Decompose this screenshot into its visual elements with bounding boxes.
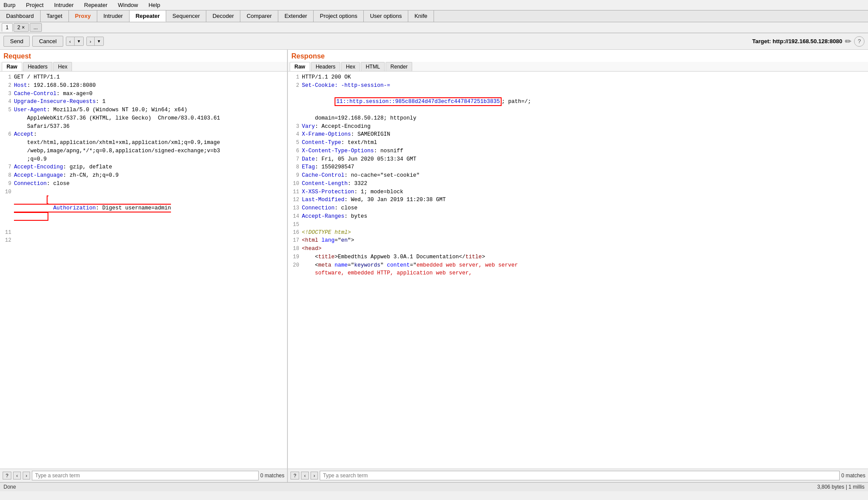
response-line-5: 5 Content-Type: text/html (288, 139, 868, 147)
request-help-button[interactable]: ? (3, 472, 11, 479)
request-line-6: 6 Accept: (0, 130, 287, 139)
tab-dashboard[interactable]: Dashboard (0, 10, 41, 22)
auth-highlight: Authorization: Digest username=admin (14, 195, 171, 221)
request-line-2: 2 Host: 192.168.50.128:8080 (0, 82, 287, 90)
request-panel: Request Raw Headers Hex 1 GET / HTTP/1.1… (0, 50, 288, 482)
menu-repeater[interactable]: Repeater (82, 1, 109, 9)
tab-extender[interactable]: Extender (278, 10, 314, 22)
response-tabs: Raw Headers Hex HTML Render (288, 62, 868, 72)
tab-target[interactable]: Target (41, 10, 69, 22)
edit-target-button[interactable]: ✏ (845, 37, 851, 46)
response-line-12: 12 Last-Modified: Wed, 30 Jan 2019 11:20… (288, 196, 868, 204)
response-code-area[interactable]: 1 HTTP/1.1 200 OK 2 Set-Cookie: -http-se… (288, 72, 868, 469)
request-code-area[interactable]: 1 GET / HTTP/1.1 2 Host: 192.168.50.128:… (0, 72, 287, 469)
repeater-tab-new[interactable]: ... (30, 23, 42, 32)
request-line-5c: Safari/537.36 (0, 123, 287, 131)
tab-comparer[interactable]: Comparer (240, 10, 278, 22)
request-next-match[interactable]: › (23, 472, 31, 479)
cancel-button[interactable]: Cancel (32, 36, 63, 47)
response-line-2: 2 Set-Cookie: -http-session-= (288, 82, 868, 90)
target-info: Target: http://192.168.50.128:8080 (752, 38, 842, 45)
response-line-13: 13 Connection: close (288, 204, 868, 212)
response-line-2b: 11::http.session::985c88d24d47d3ecfc4478… (288, 90, 868, 114)
response-tab-raw[interactable]: Raw (290, 62, 310, 71)
response-search-input[interactable] (320, 471, 839, 480)
repeater-tab-bar: 1 2 × ... (0, 22, 868, 33)
status-bar: Done 3,806 bytes | 1 millis (0, 482, 868, 491)
repeater-tab-2[interactable]: 2 × (14, 23, 29, 32)
request-tab-hex[interactable]: Hex (53, 62, 72, 71)
prev-drop-button[interactable]: ▾ (75, 37, 83, 45)
toolbar: Send Cancel ‹ ▾ › ▾ Target: http://192.1… (0, 33, 868, 50)
request-search-input[interactable] (32, 471, 258, 480)
response-line-14: 14 Accept-Ranges: bytes (288, 212, 868, 221)
response-tab-hex[interactable]: Hex (341, 62, 360, 71)
status-right: 3,806 bytes | 1 millis (817, 484, 865, 490)
response-line-17: 17 <html lang="en"> (288, 236, 868, 245)
response-help-button[interactable]: ? (290, 472, 299, 479)
response-line-20: 20 <meta name="keywords" content="embedd… (288, 261, 868, 270)
response-line-1: 1 HTTP/1.1 200 OK (288, 73, 868, 82)
request-prev-match[interactable]: ‹ (13, 472, 21, 479)
response-line-20b: software, embedded HTTP, application web… (288, 269, 868, 277)
request-line-10: 10 Authorization: Digest username=admin (0, 188, 287, 229)
send-button[interactable]: Send (3, 36, 30, 47)
tab-repeater[interactable]: Repeater (130, 10, 167, 22)
response-line-11: 11 X-XSS-Protection: 1; mode=block (288, 188, 868, 196)
response-tab-render[interactable]: Render (386, 62, 412, 71)
tab-decoder[interactable]: Decoder (206, 10, 240, 22)
response-line-15: 15 (288, 221, 868, 229)
request-line-9: 9 Connection: close (0, 180, 287, 188)
request-line-12: 12 (0, 236, 287, 244)
request-line-11: 11 (0, 229, 287, 236)
response-line-10: 10 Content-Length: 3322 (288, 180, 868, 188)
tab-intruder[interactable]: Intruder (97, 10, 130, 22)
response-line-9: 9 Cache-Control: no-cache="set-cookie" (288, 171, 868, 180)
response-tab-html[interactable]: HTML (361, 62, 385, 71)
response-line-2c: domain=192.168.50.128; httponly (288, 114, 868, 123)
response-prev-match[interactable]: ‹ (301, 472, 309, 479)
menu-project[interactable]: Project (24, 1, 45, 9)
main-tab-bar: Dashboard Target Proxy Intruder Repeater… (0, 10, 868, 22)
next-nav-group: › ▾ (86, 37, 104, 46)
response-line-8: 8 ETag: 1550298547 (288, 163, 868, 171)
request-tab-headers[interactable]: Headers (23, 62, 52, 71)
menu-intruder[interactable]: Intruder (52, 1, 75, 9)
response-line-18: 18 <head> (288, 245, 868, 253)
request-line-5b: AppleWebKit/537.36 (KHTML, like Gecko) C… (0, 114, 287, 123)
response-line-7: 7 Date: Fri, 05 Jun 2020 05:13:34 GMT (288, 155, 868, 164)
response-line-4: 4 X-Frame-Options: SAMEORIGIN (288, 130, 868, 139)
request-line-8: 8 Accept-Language: zh-CN, zh;q=0.9 (0, 171, 287, 180)
prev-nav-group: ‹ ▾ (66, 37, 84, 46)
tab-proxy[interactable]: Proxy (69, 10, 97, 22)
request-title: Request (0, 50, 287, 62)
request-line-7: 7 Accept-Encoding: gzip, deflate (0, 163, 287, 171)
menu-window[interactable]: Window (116, 1, 140, 9)
request-tab-raw[interactable]: Raw (2, 62, 22, 71)
response-tab-headers[interactable]: Headers (311, 62, 340, 71)
response-line-19: 19 <title>Embedthis Appweb 3.0A.1 Docume… (288, 253, 868, 261)
response-next-match[interactable]: › (311, 472, 318, 479)
help-button[interactable]: ? (854, 36, 865, 47)
status-left: Done (3, 484, 16, 490)
prev-button[interactable]: ‹ (66, 37, 75, 45)
tab-project-options[interactable]: Project options (314, 10, 364, 22)
tab-sequencer[interactable]: Sequencer (166, 10, 206, 22)
response-title: Response (288, 50, 868, 62)
request-line-6c: /webp,image/apng,*/*;q=0.8,application/s… (0, 147, 287, 155)
cookie-highlight: 11::http.session::985c88d24d47d3ecfc4478… (335, 97, 502, 106)
request-line-4: 4 Upgrade-Insecure-Requests: 1 (0, 98, 287, 106)
next-button[interactable]: › (87, 37, 95, 45)
request-line-6d: ;q=0.9 (0, 155, 287, 164)
menu-help[interactable]: Help (147, 1, 162, 9)
repeater-tab-1[interactable]: 1 (2, 23, 13, 32)
response-matches-label: 0 matches (841, 473, 865, 479)
menu-burp[interactable]: Burp (2, 1, 17, 9)
response-line-6: 6 X-Content-Type-Options: nosniff (288, 147, 868, 155)
tab-knife[interactable]: Knife (408, 10, 434, 22)
response-line-16: 16 <!DOCTYPE html> (288, 229, 868, 237)
tab-user-options[interactable]: User options (364, 10, 408, 22)
response-search-bar: ? ‹ › 0 matches (288, 469, 868, 482)
main-content: Request Raw Headers Hex 1 GET / HTTP/1.1… (0, 50, 868, 482)
next-drop-button[interactable]: ▾ (95, 37, 103, 45)
